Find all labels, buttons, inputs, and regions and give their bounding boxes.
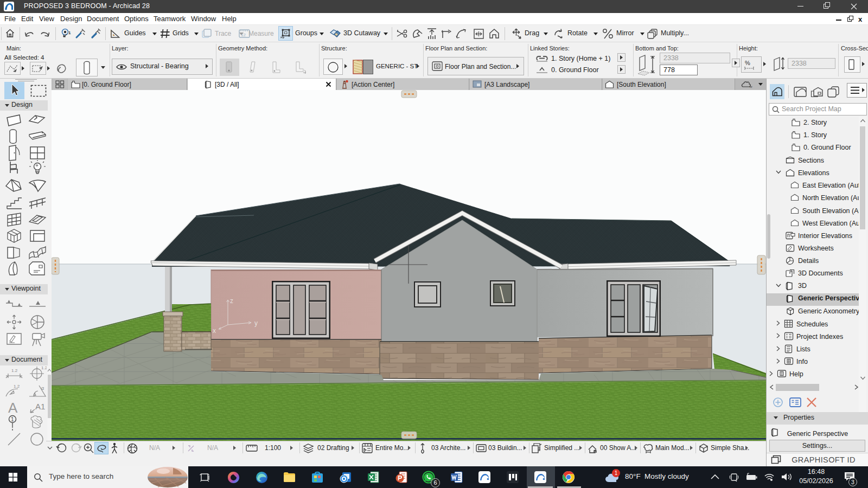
svg-text:1.2: 1.2 <box>14 384 20 389</box>
svg-text:x: x <box>213 327 216 335</box>
svg-text:y: y <box>254 319 258 327</box>
svg-text:1: 1 <box>68 30 71 35</box>
svg-text:%: % <box>745 60 750 66</box>
svg-text:12: 12 <box>241 33 246 37</box>
svg-text:1.2: 1.2 <box>11 368 18 373</box>
svg-text:1.2: 1.2 <box>41 365 47 370</box>
svg-text:A: A <box>8 400 18 415</box>
svg-text:A1: A1 <box>35 402 45 411</box>
svg-text:Iz: Iz <box>750 85 752 88</box>
svg-text:1: 1 <box>11 416 14 422</box>
svg-text:z: z <box>230 297 233 305</box>
svg-text:α: α <box>41 386 44 391</box>
